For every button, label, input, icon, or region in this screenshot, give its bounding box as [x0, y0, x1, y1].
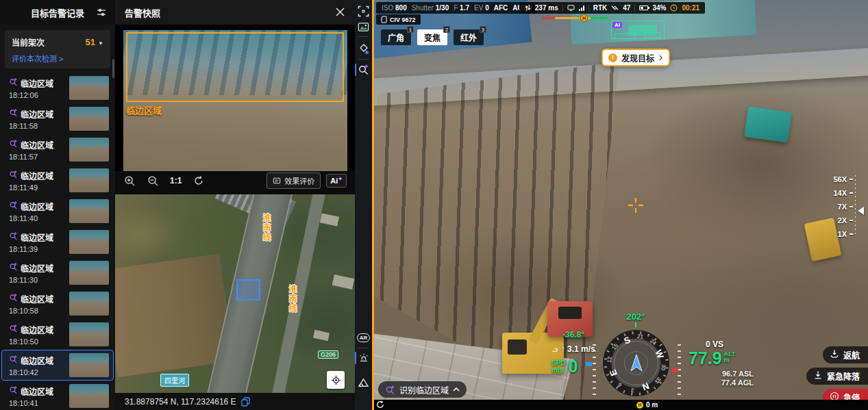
- alarm-label: 临边区域: [21, 324, 53, 335]
- ai-detect-icon: [385, 385, 395, 395]
- compass: N36E1215S2124W3033: [603, 330, 669, 396]
- alarm-time: 18:11:30: [9, 276, 53, 284]
- map-road-label: 淮南线: [260, 214, 272, 242]
- copy-icon[interactable]: [241, 397, 250, 407]
- zoom-level-7X[interactable]: 7X: [838, 203, 853, 211]
- list-item[interactable]: 临边区域18:11:40: [1, 196, 114, 227]
- list-item[interactable]: 临边区域18:12:06: [1, 73, 114, 103]
- storage-chip: CIV 9672: [376, 14, 421, 25]
- locate-button[interactable]: [327, 371, 345, 389]
- close-icon[interactable]: [335, 7, 345, 17]
- zoom-in-icon[interactable]: [123, 175, 136, 187]
- vs-label: VS: [712, 339, 723, 349]
- snapshot-image[interactable]: 临边区域: [123, 30, 347, 171]
- shutter-value: 1/30: [436, 4, 449, 12]
- detection-bbox: [126, 32, 344, 102]
- list-item[interactable]: 临边区域18:10:58: [1, 288, 114, 319]
- zoom-level-label: 2X: [838, 216, 847, 225]
- latency-icon: [525, 4, 531, 12]
- effect-evaluate-button[interactable]: 效果评价: [266, 172, 321, 189]
- return-home-icon: [830, 349, 839, 361]
- tab-变焦[interactable]: 变焦2: [417, 29, 447, 45]
- zoom-out-icon[interactable]: [147, 175, 159, 187]
- evaluate-detection-link[interactable]: 评价本次检测 >: [12, 53, 103, 64]
- vertical-speed: 0 VS: [706, 339, 723, 349]
- chevron-down-icon: ▼: [98, 40, 103, 47]
- list-item[interactable]: 临边区域18:11:57: [1, 134, 114, 165]
- sidebar-scrollbar[interactable]: [112, 59, 114, 78]
- zoom-ratio-button[interactable]: 1:1: [170, 176, 182, 185]
- list-item[interactable]: 临边区域18:10:50: [1, 319, 114, 350]
- ar-overlay-icon[interactable]: AR: [357, 331, 370, 344]
- wind-arrow-icon: ↑: [561, 344, 565, 354]
- list-item[interactable]: 临边区域18:10:41: [1, 381, 114, 410]
- list-item[interactable]: 临边区域18:10:42: [1, 350, 114, 381]
- evaluate-button-label: 效果评价: [284, 175, 314, 186]
- zoom-level-14X[interactable]: 14X: [833, 189, 853, 197]
- home-point-icon: H: [636, 402, 643, 409]
- zoom-level-1X[interactable]: 1X: [838, 230, 853, 238]
- tab-label: 红外: [460, 31, 477, 43]
- filter-icon[interactable]: [96, 7, 107, 18]
- heading-tick: [635, 322, 636, 327]
- satellite-icon: [611, 4, 619, 12]
- zoom-tick: [850, 220, 853, 221]
- map-route-badge: G206: [318, 350, 338, 359]
- alarm-time: 18:11:57: [9, 153, 53, 161]
- refresh-icon[interactable]: [376, 399, 384, 410]
- sidebar-header: 目标告警记录: [0, 0, 115, 25]
- coordinate-bar: 31.8878754 N, 117.2324616 E: [115, 393, 355, 410]
- return-home-button[interactable]: 返航: [823, 346, 868, 363]
- sortie-card: 当前架次 51▼ 评价本次检测 >: [5, 30, 110, 68]
- battery-icon: [639, 5, 648, 10]
- list-item[interactable]: 临边区域18:11:30: [1, 257, 114, 288]
- camera-tabs: 广角1变焦2红外3: [381, 29, 484, 45]
- reset-rotate-icon[interactable]: [193, 175, 205, 187]
- alarm-thumbnail: [69, 353, 109, 377]
- emergency-land-button[interactable]: 紧急降落: [806, 368, 868, 385]
- spd-label: SPD: [551, 360, 566, 367]
- ai-enhance-button[interactable]: Ai✦: [326, 174, 347, 188]
- detect-pill-label: 识别临边区域: [399, 384, 449, 396]
- flight-time-bar: H: [543, 17, 608, 19]
- wind-speed: 3.1 m/s: [567, 344, 595, 354]
- warning-icon: !: [608, 53, 617, 62]
- home-marker: H: [580, 14, 588, 22]
- beacon-light-icon[interactable]: [357, 351, 370, 364]
- zoom-level-2X[interactable]: 2X: [838, 216, 853, 225]
- ai-sub-box: [615, 34, 635, 39]
- ai-button-label: Ai: [330, 177, 338, 185]
- layers-map-icon[interactable]: [357, 376, 370, 389]
- zoom-level-56X[interactable]: 56X: [833, 175, 853, 183]
- media-library-icon[interactable]: [357, 21, 370, 34]
- detect-edge-area-pill[interactable]: 识别临边区域: [378, 381, 467, 398]
- target-found-alert[interactable]: ! 发现目标: [602, 49, 670, 66]
- alarm-thumbnail: [69, 168, 109, 192]
- list-item[interactable]: 临边区域18:11:39: [1, 227, 114, 257]
- tab-红外[interactable]: 红外3: [454, 29, 484, 45]
- tab-shortcut: 2: [443, 26, 450, 33]
- split-view-icon[interactable]: [357, 5, 370, 18]
- map-building: [320, 213, 339, 226]
- list-item[interactable]: 临边区域18:11:49: [1, 165, 114, 196]
- active-indicator: [355, 64, 356, 76]
- zoom-level-label: 7X: [838, 203, 847, 211]
- tab-广角[interactable]: 广角1: [381, 29, 411, 45]
- storage-value: CIV 9672: [390, 16, 416, 23]
- alarm-snapshot-panel: 告警快照 临边区域 1:1: [115, 0, 355, 410]
- map-panel[interactable]: 淮南线 淮南线 四里河 G206: [115, 194, 355, 393]
- zoom-scale[interactable]: 56X14X7X2X1X: [830, 171, 864, 243]
- iso-value: 800: [395, 4, 407, 12]
- list-item[interactable]: 临边区域18:11:58: [1, 103, 114, 134]
- speed-block: SPDm/s 0: [551, 358, 578, 375]
- action-button-label: 紧急降落: [827, 370, 860, 382]
- asl-value: 96.7 ASL: [682, 370, 754, 378]
- alarm-thumbnail: [69, 292, 109, 316]
- ai-search-icon[interactable]: [357, 63, 370, 76]
- ai-detect-icon: [9, 292, 18, 305]
- zoom-pointer[interactable]: [858, 207, 864, 215]
- alarm-list: 临边区域18:12:06临边区域18:11:58临边区域18:11:57临边区域…: [0, 73, 115, 410]
- satellite-count: 47: [623, 4, 630, 12]
- link-status-bar: 237 ms RTK 47 34% 00:21: [519, 2, 705, 14]
- sortie-dropdown[interactable]: 51▼: [86, 36, 103, 48]
